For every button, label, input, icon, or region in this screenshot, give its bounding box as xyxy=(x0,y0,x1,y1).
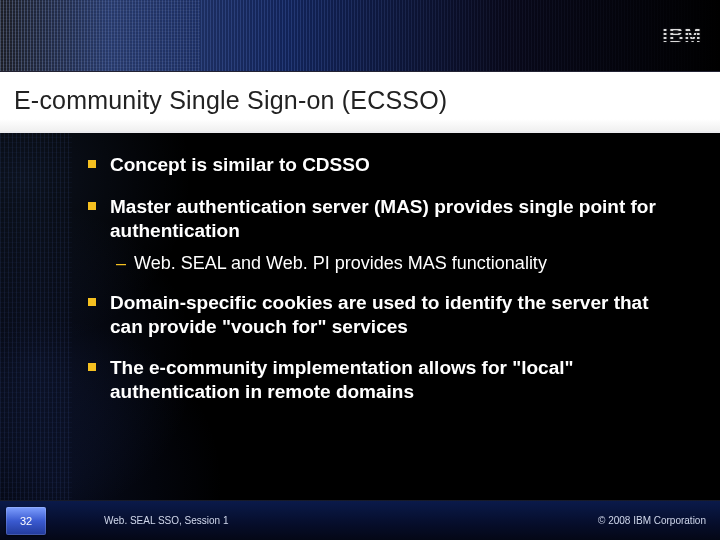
bullet-item: Master authentication server (MAS) provi… xyxy=(110,195,672,243)
bullet-item: Concept is similar to CDSSO xyxy=(110,153,672,177)
slide-content: Concept is similar to CDSSO Master authe… xyxy=(0,133,720,503)
footer-bar: 32 Web. SEAL SSO, Session 1 © 2008 IBM C… xyxy=(0,500,720,540)
header-band: IBM xyxy=(0,0,720,72)
bullet-item: The e-community implementation allows fo… xyxy=(110,356,672,404)
title-area: E-community Single Sign-on (ECSSO) xyxy=(0,72,720,133)
ibm-logo: IBM xyxy=(662,24,702,47)
bullet-item: Domain-specific cookies are used to iden… xyxy=(110,291,672,339)
footer-copyright: © 2008 IBM Corporation xyxy=(598,515,706,526)
slide-title: E-community Single Sign-on (ECSSO) xyxy=(14,86,706,115)
page-number-badge: 32 xyxy=(6,507,46,535)
footer-session-text: Web. SEAL SSO, Session 1 xyxy=(104,515,598,526)
sub-bullet-item: Web. SEAL and Web. PI provides MAS funct… xyxy=(134,252,672,275)
